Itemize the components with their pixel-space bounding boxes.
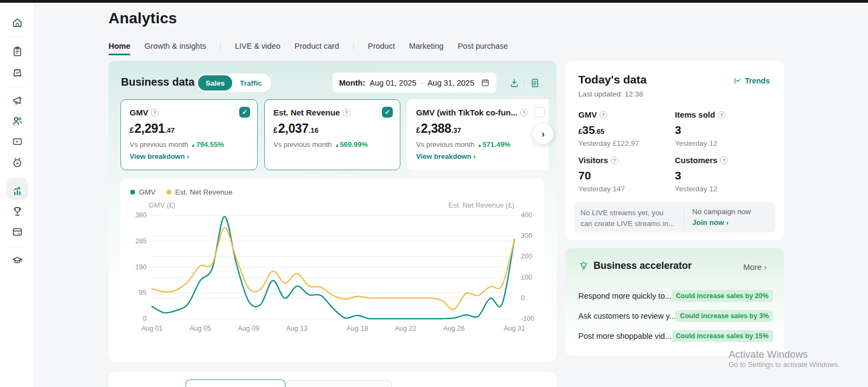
bottom-segment-active[interactable] <box>186 379 285 387</box>
toggle-traffic[interactable]: Traffic <box>232 75 270 91</box>
accelerator-item[interactable]: Ask customers to review y... Could incre… <box>578 309 770 322</box>
accelerator-item-badge: Could increase sales by 3% <box>675 310 773 322</box>
tab-divider <box>220 42 221 50</box>
today-metric-value-visitors: 70 <box>578 169 591 182</box>
svg-text:400: 400 <box>521 211 532 219</box>
competition-icon[interactable] <box>11 205 23 217</box>
toggle-sales[interactable]: Sales <box>198 75 232 91</box>
last-updated-text: Last updated: 12:38 <box>578 90 643 98</box>
accelerator-more-link[interactable]: More› <box>743 262 767 272</box>
trends-link[interactable]: Trends <box>733 76 770 85</box>
help-icon[interactable]: ? <box>151 109 158 117</box>
analytics-icon[interactable] <box>11 185 23 197</box>
business-data-title: Business data <box>121 76 195 88</box>
metric-card-gmv-cofunded[interactable]: GMV (with TikTok co-fun...? £2,388.37 Vs… <box>407 99 548 170</box>
svg-text:Aug 09: Aug 09 <box>238 325 259 332</box>
activate-windows-watermark: Activate Windows <box>729 349 808 360</box>
chevron-right-icon: › <box>726 218 729 227</box>
metric-title: GMV? <box>130 108 248 117</box>
accelerator-item[interactable]: Respond more quickly to... Could increas… <box>578 289 770 302</box>
svg-text:380: 380 <box>135 211 146 219</box>
tab-home[interactable]: Home <box>108 42 130 50</box>
svg-text:285: 285 <box>135 237 146 245</box>
tab-marketing[interactable]: Marketing <box>409 42 444 50</box>
academy-icon[interactable] <box>11 255 23 267</box>
up-arrow-icon: ▲ <box>191 143 196 148</box>
tab-growth-insights[interactable]: Growth & insights <box>144 42 206 50</box>
today-metric-label-customers: Customers? <box>675 156 727 165</box>
svg-text:0: 0 <box>143 315 146 322</box>
metric-checkbox[interactable]: ✓ <box>239 107 250 118</box>
svg-text:0: 0 <box>521 294 525 302</box>
business-data-line-chart[interactable]: 095190285380-1000100200300400Aug 01Aug 0… <box>120 179 544 351</box>
accelerator-item-badge: Could increase sales by 15% <box>672 330 773 342</box>
today-metric-sub-visitors: Yesterday 147 <box>578 185 625 193</box>
svg-text:95: 95 <box>139 289 146 296</box>
date-from[interactable]: Aug 01, 2025 <box>369 79 416 87</box>
tab-product-card[interactable]: Product card <box>295 42 339 50</box>
view-breakdown-link[interactable]: View breakdown › <box>130 152 248 160</box>
svg-text:-100: -100 <box>521 315 534 322</box>
help-icon[interactable]: ? <box>520 109 528 117</box>
accelerator-item-badge: Could increase sales by 20% <box>672 290 773 302</box>
trends-chart-icon <box>733 76 742 85</box>
today-metric-value-items-sold: 3 <box>675 124 681 137</box>
help-icon[interactable]: ? <box>599 111 607 119</box>
download-icon[interactable] <box>509 78 520 88</box>
accelerator-item-label[interactable]: Respond more quickly to... <box>578 292 672 300</box>
live-icon[interactable] <box>11 157 23 169</box>
metric-card-net-revenue[interactable]: Est. Net Revenue? ✓ £2,037.16 Vs previou… <box>264 99 400 170</box>
accelerator-item-label[interactable]: Post more shoppable vid... <box>578 332 672 340</box>
svg-text:Aug 13: Aug 13 <box>286 325 308 332</box>
svg-text:Aug 18: Aug 18 <box>347 325 368 332</box>
today-metric-value-customers: 3 <box>675 169 681 182</box>
date-to[interactable]: Aug 31, 2025 <box>427 79 474 87</box>
svg-text:Aug 31: Aug 31 <box>503 325 525 332</box>
month-label: Month: <box>339 79 365 87</box>
metric-title: GMV (with TikTok co-fun...? <box>416 108 543 117</box>
marketing-icon[interactable] <box>11 95 23 107</box>
sidebar-separator <box>9 87 26 87</box>
orders-icon[interactable] <box>11 46 23 57</box>
metric-card-gmv[interactable]: GMV? ✓ £2,291.47 Vs previous month▲794.5… <box>120 99 258 170</box>
sales-traffic-toggle[interactable]: Sales Traffic <box>196 74 271 92</box>
products-icon[interactable] <box>11 66 23 78</box>
accelerator-item-label[interactable]: Ask customers to review y... <box>578 312 675 320</box>
carousel-next-button[interactable]: › <box>533 124 553 144</box>
metric-checkbox[interactable]: ✓ <box>382 107 393 118</box>
home-icon[interactable] <box>11 17 23 29</box>
bottom-segment-inactive[interactable] <box>285 380 392 387</box>
help-icon[interactable]: ? <box>343 109 350 117</box>
metric-title: Est. Net Revenue? <box>273 108 391 117</box>
analytics-tabs: Home Growth & insights LIVE & video Prod… <box>108 39 508 53</box>
help-icon[interactable]: ? <box>611 157 618 164</box>
live-streams-note: No LIVE streams yet, youcan create LIVE … <box>580 208 678 229</box>
help-icon[interactable]: ? <box>718 111 725 119</box>
join-now-link[interactable]: Join now › <box>692 218 729 227</box>
metric-value: £2,037.16 <box>273 121 391 136</box>
report-icon[interactable] <box>529 78 540 88</box>
metric-vs-previous: Vs previous month▲569.99% <box>273 140 391 149</box>
tab-live-video[interactable]: LIVE & video <box>235 42 280 50</box>
up-arrow-icon: ▲ <box>335 143 340 148</box>
view-breakdown-link[interactable]: View breakdown › <box>416 152 543 160</box>
today-metric-label-items-sold: Items sold? <box>675 110 725 119</box>
month-date-range-picker[interactable]: Month: Aug 01, 2025 - Aug 31, 2025 <box>333 73 496 93</box>
today-metric-sub-items-sold: Yesterday 12 <box>675 139 717 147</box>
svg-text:190: 190 <box>135 263 146 271</box>
sidebar-separator <box>9 247 26 247</box>
campaign-note: No campaign now <box>692 208 751 216</box>
metric-checkbox[interactable] <box>534 107 545 118</box>
accelerator-item[interactable]: Post more shoppable vid... Could increas… <box>578 329 770 343</box>
svg-text:300: 300 <box>521 232 532 240</box>
video-icon[interactable] <box>11 136 23 147</box>
tab-post-purchase[interactable]: Post purchase <box>458 42 508 50</box>
calendar-icon[interactable] <box>481 78 490 87</box>
help-icon[interactable]: ? <box>720 157 727 164</box>
svg-text:Aug 05: Aug 05 <box>189 325 211 332</box>
affiliate-icon[interactable] <box>11 115 23 127</box>
tab-product[interactable]: Product <box>368 42 395 50</box>
svg-text:Aug 22: Aug 22 <box>395 325 417 332</box>
finance-icon[interactable] <box>11 226 23 238</box>
today-metric-sub-gmv: Yesterday £122.97 <box>578 139 639 147</box>
